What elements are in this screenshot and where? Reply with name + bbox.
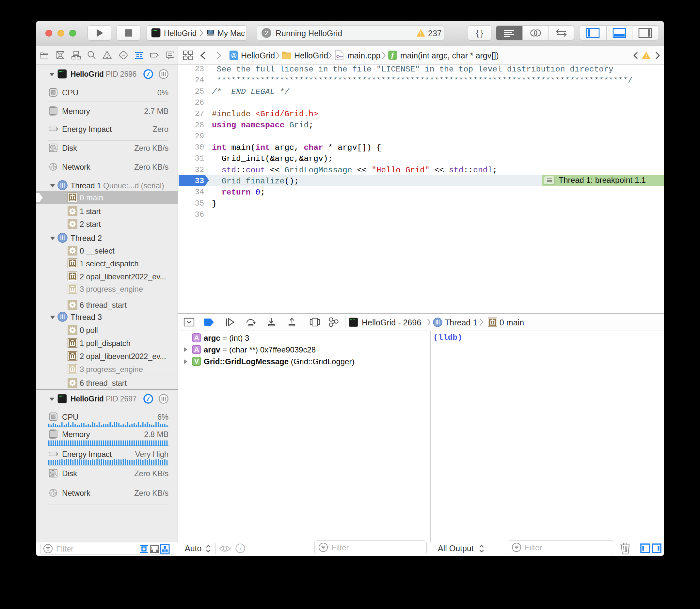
svg-text:C++: C++ [336,54,343,58]
svg-text:i: i [239,545,241,552]
